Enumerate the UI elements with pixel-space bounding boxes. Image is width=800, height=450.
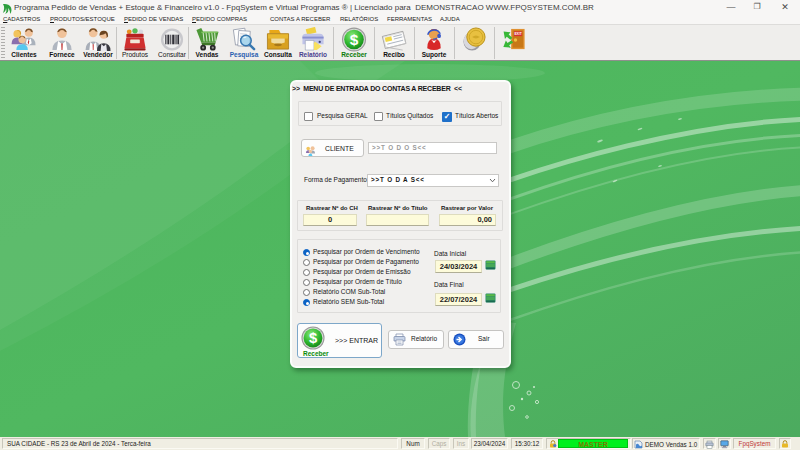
- svg-text:$: $: [309, 330, 317, 346]
- svg-text:EXIT: EXIT: [514, 32, 521, 36]
- svg-text:$: $: [350, 31, 359, 48]
